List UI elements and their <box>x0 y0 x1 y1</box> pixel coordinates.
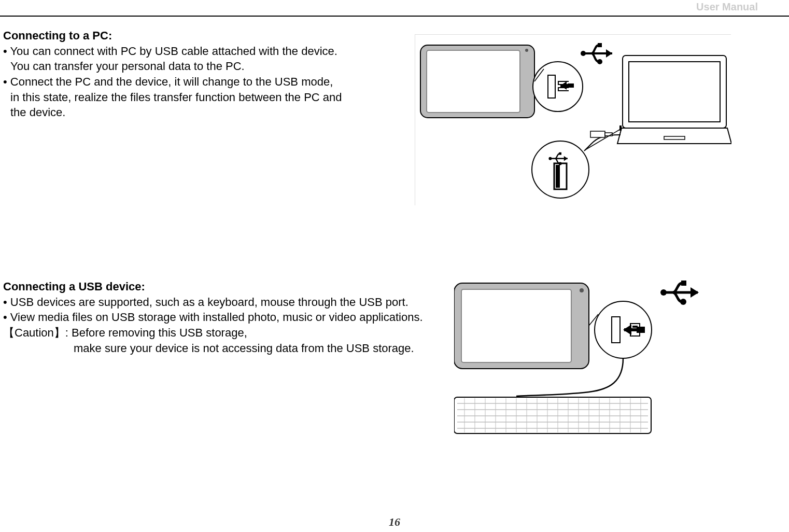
svg-point-2 <box>525 49 528 52</box>
svg-point-23 <box>559 162 562 165</box>
illustration-pc-connection <box>415 34 731 205</box>
header-label: User Manual <box>696 1 758 13</box>
svg-rect-1 <box>427 50 520 113</box>
section2-bullet2: • View media files on USB storage with i… <box>3 310 428 325</box>
page-header: User Manual <box>0 0 789 17</box>
usb-a-callout-icon <box>532 141 589 198</box>
micro-usb-callout-icon <box>533 62 583 111</box>
svg-rect-28 <box>461 289 571 362</box>
section-connecting-pc: Connecting to a PC: • You can connect wi… <box>3 28 397 120</box>
svg-rect-11 <box>598 43 602 47</box>
section1-bullet2a: • Connect the PC and the device, it will… <box>3 74 397 90</box>
usb-trident-icon <box>660 281 699 305</box>
svg-rect-35 <box>637 327 645 333</box>
tablet-icon <box>454 283 589 369</box>
section1-bullet1b: You can transfer your personal data to t… <box>3 59 397 74</box>
svg-point-12 <box>597 59 602 64</box>
section2-heading: Connecting a USB device: <box>3 279 428 295</box>
section2-caution-a: 【Caution】: Before removing this USB stor… <box>3 325 428 341</box>
svg-rect-24 <box>590 131 605 137</box>
svg-marker-38 <box>691 287 699 298</box>
section1-heading: Connecting to a PC: <box>3 28 397 44</box>
illustration-usb-device <box>454 278 713 439</box>
usb-trident-icon <box>581 43 612 64</box>
svg-point-29 <box>580 288 584 292</box>
tablet-icon <box>420 45 534 118</box>
section1-bullet2b: in this state, realize the files transfe… <box>3 90 397 105</box>
svg-point-3 <box>533 62 583 111</box>
svg-rect-22 <box>559 152 561 155</box>
section2-caution-b: make sure your device is not accessing d… <box>3 341 428 356</box>
usb-port-callout-icon <box>595 301 652 358</box>
section1-bullet1a: • You can connect with PC by USB cable a… <box>3 44 397 59</box>
section1-bullet2c: the device. <box>3 105 397 120</box>
svg-rect-6 <box>568 83 574 88</box>
svg-point-40 <box>680 299 686 305</box>
laptop-icon <box>617 55 731 144</box>
page-number: 16 <box>0 515 789 529</box>
svg-rect-19 <box>556 165 560 188</box>
svg-rect-39 <box>681 281 686 286</box>
section2-bullet1: • USB devices are supported, such as a k… <box>3 295 428 310</box>
keyboard-icon <box>454 397 651 433</box>
svg-marker-10 <box>606 49 612 58</box>
svg-rect-14 <box>629 62 720 122</box>
section-connecting-usb: Connecting a USB device: • USB devices a… <box>3 279 428 356</box>
